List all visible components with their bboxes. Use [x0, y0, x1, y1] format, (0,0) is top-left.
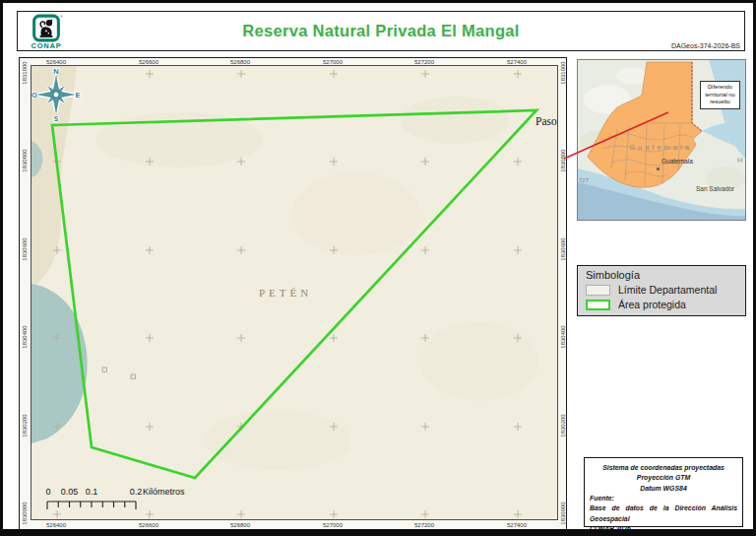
scale-01: 0.1	[86, 487, 98, 497]
y-coordinate-label-right: 1831000	[560, 53, 568, 93]
capital-city-label: Guatemala	[662, 158, 693, 165]
y-coordinate-label-right: 1830400	[560, 317, 568, 357]
x-coordinate-label-bottom: 526800	[220, 522, 260, 528]
x-coordinate-label-top: 526800	[220, 59, 260, 65]
conap-logo-text: CONAP	[25, 41, 68, 50]
y-coordinate-label-right: 1830800	[560, 141, 568, 180]
source-line-1b: CONAP 2026	[590, 524, 737, 534]
x-coordinate-label-top: 527000	[313, 59, 352, 65]
capital-city-dot	[657, 168, 660, 170]
x-coordinate-label-top: 527200	[405, 59, 444, 65]
fuente-label: Fuente:	[590, 494, 737, 503]
x-coordinate-label-top: 527400	[497, 59, 536, 65]
y-coordinate-label-left: 1830400	[22, 317, 30, 357]
terrain-patches	[32, 66, 538, 470]
x-coordinate-label-bottom: 527400	[497, 522, 536, 528]
protected-area-swatch	[586, 300, 610, 310]
legend-item-departmental: Límite Departamental	[586, 284, 737, 296]
x-coordinate-label-bottom: 527000	[313, 522, 352, 528]
y-coordinate-label-right: 1830200	[560, 406, 568, 445]
header-bar: CONAP ® Reserva Natural Privada El Manga…	[17, 11, 745, 51]
registered-mark-icon: ®	[60, 14, 63, 19]
y-coordinate-label-left: 1830600	[22, 230, 30, 269]
water-body	[32, 284, 88, 443]
page-title: Reserva Natural Privada El Mangal	[18, 22, 744, 40]
country-label: Guatemala	[605, 143, 716, 152]
compass-n: N	[53, 67, 58, 76]
scale-ruler	[32, 501, 159, 512]
territorial-note: Diferendo territorial no resuelto	[700, 81, 740, 109]
place-label: Paso	[536, 115, 557, 127]
x-coordinate-label-top: 526400	[36, 59, 76, 65]
x-coordinate-label-bottom: 527200	[405, 522, 444, 528]
honduras-partial-label: H o	[737, 156, 746, 165]
compass-o: O	[32, 91, 37, 100]
scale-bar: 0 0.05 0.1 0.2 Kilómetros	[32, 487, 258, 516]
departmental-boundary-swatch	[586, 285, 610, 296]
legend-item-label: Límite Departamental	[618, 284, 717, 296]
map-layout-page: CONAP ® Reserva Natural Privada El Manga…	[0, 0, 756, 536]
y-coordinate-label-left: 1830200	[22, 406, 30, 445]
datum-line: Datum WGS84	[590, 484, 737, 494]
main-map-canvas: N S E O PETÉN Paso 0 0.05 0.1 0.2 Kilóme…	[31, 65, 558, 520]
compass-e: E	[75, 91, 80, 100]
y-coordinate-label-left: 1830800	[22, 141, 30, 180]
x-coordinate-label-bottom: 526600	[129, 522, 168, 528]
scale-unit: Kilómetros	[143, 487, 185, 497]
legend-item-protected: Área protegida	[586, 299, 737, 310]
y-coordinate-label-right: 1830000	[560, 494, 568, 533]
projection-line: Proyección GTM	[590, 473, 737, 483]
scale-0: 0	[45, 487, 50, 497]
y-coordinate-label-right: 1830600	[560, 230, 568, 269]
document-code: DAGeos-374-2026-BS	[671, 42, 740, 49]
legend-item-label: Área protegida	[618, 299, 686, 310]
main-map-frame: N S E O PETÉN Paso 0 0.05 0.1 0.2 Kilóme…	[19, 57, 567, 531]
x-coordinate-label-bottom: 526400	[36, 522, 76, 528]
x-coordinate-label-top: 526600	[129, 59, 168, 65]
san-salvador-label: San Salvador	[696, 185, 734, 192]
source-info-box: Sistema de coordenadas proyectadas Proye…	[584, 457, 743, 527]
region-label: PETÉN	[238, 287, 333, 299]
legend-title: Simbología	[586, 269, 737, 281]
compass-s: S	[54, 115, 59, 122]
y-coordinate-label-left: 1831000	[22, 53, 30, 93]
crs-line: Sistema de coordenadas proyectadas	[590, 463, 737, 473]
scale-02: 0.2	[130, 487, 143, 497]
y-coordinate-label-left: 1830000	[22, 494, 30, 533]
building-marks	[102, 368, 136, 379]
legend-box: Simbología Límite Departamental Área pro…	[577, 265, 746, 316]
locator-inset-map: Guatemala Guatemala San Salvador H o 72T…	[577, 59, 746, 221]
edge-partial-label: 72T	[579, 177, 589, 183]
scale-005: 0.05	[61, 487, 79, 497]
source-line-1: Base de datos de la Dirección Análisis G…	[590, 503, 737, 524]
